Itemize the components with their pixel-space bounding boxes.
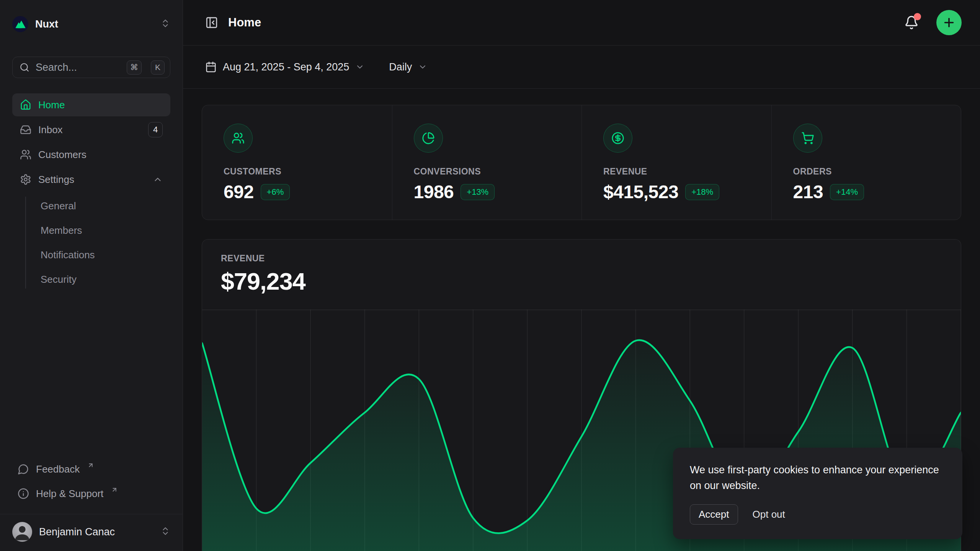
message-circle-icon xyxy=(18,463,29,475)
topbar-actions xyxy=(902,10,962,35)
help-support-label: Help & Support xyxy=(36,488,103,500)
stat-orders[interactable]: ORDERS 213 +14% xyxy=(771,105,961,220)
workspace-switcher[interactable]: Nuxt xyxy=(0,0,183,32)
notifications-button[interactable] xyxy=(902,13,921,32)
stat-delta-badge: +13% xyxy=(461,184,495,200)
revenue-chart-header: REVENUE $79,234 xyxy=(202,240,961,295)
plus-icon xyxy=(942,16,956,29)
sidebar-spacer xyxy=(0,292,183,457)
stat-value: $415,523 xyxy=(603,181,678,202)
sidebar: Nuxt ⌘ K Home Inb xyxy=(0,0,183,551)
revenue-chart-value: $79,234 xyxy=(221,267,942,295)
feedback-link[interactable]: Feedback xyxy=(12,457,170,481)
shopping-cart-icon xyxy=(793,124,822,153)
period-value: Daily xyxy=(389,61,412,73)
pie-chart-icon xyxy=(414,124,443,153)
cookie-actions: Accept Opt out xyxy=(690,504,946,525)
chevron-up-icon xyxy=(153,174,163,184)
stat-label: CUSTOMERS xyxy=(224,166,371,177)
info-circle-icon xyxy=(18,488,29,499)
sidebar-item-home[interactable]: Home xyxy=(12,93,170,116)
stat-customers[interactable]: CUSTOMERS 692 +6% xyxy=(202,105,392,220)
circle-dollar-icon xyxy=(603,124,632,153)
feedback-label: Feedback xyxy=(36,463,80,475)
stat-value: 213 xyxy=(793,181,823,202)
stat-value: 1986 xyxy=(414,181,454,202)
dashboard-app: Nuxt ⌘ K Home Inb xyxy=(0,0,980,551)
period-select[interactable]: Daily xyxy=(389,61,427,73)
cookie-message: We use first-party cookies to enhance yo… xyxy=(690,462,946,494)
sidebar-nav: Home Inbox 4 Customers Settings xyxy=(12,93,170,292)
users-icon xyxy=(224,124,253,153)
sidebar-item-notifications[interactable]: Notifications xyxy=(12,243,170,267)
stat-delta-badge: +6% xyxy=(261,184,290,200)
sidebar-item-label: Home xyxy=(38,99,163,111)
sidebar-item-inbox[interactable]: Inbox 4 xyxy=(12,118,170,141)
users-icon xyxy=(20,149,31,160)
settings-sub-list: General Members Notifications Security xyxy=(12,194,170,292)
stat-label: REVENUE xyxy=(603,166,750,177)
brand-name: Nuxt xyxy=(35,18,58,30)
inbox-icon xyxy=(20,124,31,135)
add-button[interactable] xyxy=(936,10,962,35)
chevron-down-icon xyxy=(355,62,364,72)
stat-conversions[interactable]: CONVERSIONS 1986 +13% xyxy=(392,105,582,220)
calendar-icon xyxy=(205,61,217,73)
external-link-icon xyxy=(111,486,118,493)
opt-out-button[interactable]: Opt out xyxy=(751,505,787,524)
sidebar-item-label: Customers xyxy=(38,149,163,161)
page-title: Home xyxy=(228,16,261,29)
user-name: Benjamin Canac xyxy=(39,526,115,538)
user-menu[interactable]: Benjamin Canac xyxy=(0,514,183,551)
accept-button[interactable]: Accept xyxy=(690,504,738,525)
topbar: Home xyxy=(183,0,980,46)
help-support-link[interactable]: Help & Support xyxy=(12,482,170,505)
stat-label: ORDERS xyxy=(793,166,940,177)
chevrons-up-down-icon xyxy=(160,18,170,30)
sidebar-item-members[interactable]: Members xyxy=(12,218,170,243)
stat-delta-badge: +14% xyxy=(830,184,864,200)
stats-panel: CUSTOMERS 692 +6% CONVERSIONS 1986 +13% xyxy=(202,105,961,220)
stat-label: CONVERSIONS xyxy=(414,166,560,177)
cookie-banner: We use first-party cookies to enhance yo… xyxy=(673,448,962,539)
date-range-value: Aug 21, 2025 - Sep 4, 2025 xyxy=(223,61,349,73)
kbd-k: K xyxy=(151,60,165,75)
revenue-chart-label: REVENUE xyxy=(221,253,942,264)
external-link-icon xyxy=(87,462,94,469)
kbd-cmd: ⌘ xyxy=(127,60,142,75)
sidebar-item-customers[interactable]: Customers xyxy=(12,143,170,166)
chevron-down-icon xyxy=(418,62,427,72)
stat-value: 692 xyxy=(224,181,254,202)
notification-dot xyxy=(914,13,921,20)
sidebar-footer-links: Feedback Help & Support xyxy=(12,457,170,514)
sidebar-item-label: Inbox xyxy=(38,124,141,136)
sidebar-item-security[interactable]: Security xyxy=(12,267,170,292)
sidebar-item-label: Settings xyxy=(38,174,146,186)
date-range-picker[interactable]: Aug 21, 2025 - Sep 4, 2025 xyxy=(205,61,364,73)
panel-left-close-icon[interactable] xyxy=(205,16,218,29)
nuxt-logo-icon xyxy=(12,16,28,32)
search-input[interactable] xyxy=(36,62,121,73)
house-icon xyxy=(20,99,31,111)
sidebar-item-settings[interactable]: Settings xyxy=(12,168,170,191)
chevrons-up-down-icon xyxy=(160,526,170,538)
search-box[interactable]: ⌘ K xyxy=(12,57,170,78)
avatar xyxy=(12,522,32,542)
filters-toolbar: Aug 21, 2025 - Sep 4, 2025 Daily xyxy=(183,46,980,89)
search-icon xyxy=(20,62,29,72)
sidebar-item-general[interactable]: General xyxy=(12,194,170,218)
stat-delta-badge: +18% xyxy=(685,184,719,200)
inbox-count-badge: 4 xyxy=(148,122,163,137)
gear-icon xyxy=(20,174,31,185)
stat-revenue[interactable]: REVENUE $415,523 +18% xyxy=(581,105,771,220)
